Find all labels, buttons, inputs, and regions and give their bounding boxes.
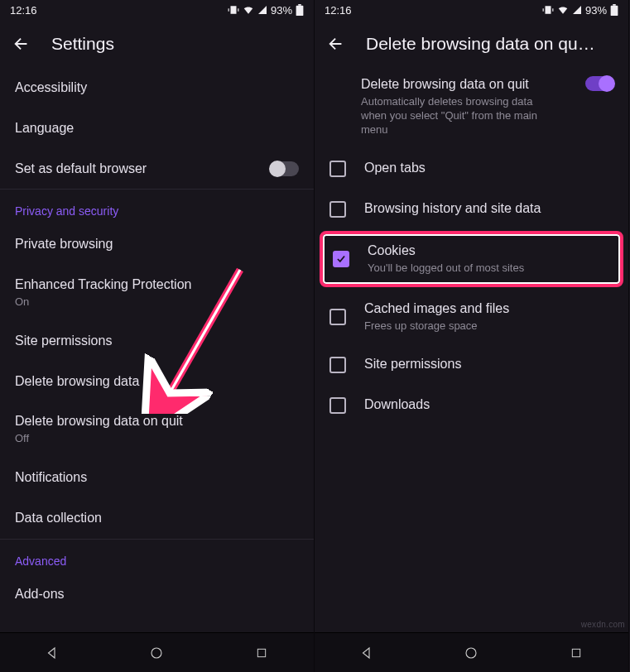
label: Accessibility (15, 79, 299, 97)
label: Add-ons (15, 586, 299, 603)
square-recent-icon (255, 646, 268, 660)
settings-list[interactable]: Accessibility Language Set as default br… (0, 68, 314, 632)
label: Open tabs (364, 160, 613, 177)
label: Data collection (15, 510, 299, 527)
row-downloads[interactable]: Downloads (315, 385, 628, 425)
row-language[interactable]: Language (0, 108, 314, 149)
svg-point-6 (466, 648, 476, 658)
battery-icon (610, 4, 618, 16)
label: Language (15, 120, 299, 137)
default-browser-toggle[interactable] (271, 161, 299, 176)
signal-icon (572, 5, 582, 15)
row-history[interactable]: Browsing history and site data (315, 189, 628, 229)
checkbox-open-tabs[interactable] (329, 161, 346, 177)
watermark: wexdn.com (581, 620, 625, 629)
system-navbar (315, 632, 628, 672)
system-navbar (0, 632, 314, 672)
row-cache[interactable]: Cached images and files Frees up storage… (315, 289, 628, 345)
left-screen: 12:16 93% Settings Accessibility Languag… (0, 0, 315, 672)
svg-rect-1 (298, 4, 301, 6)
wifi-icon (557, 4, 569, 16)
nav-home[interactable] (461, 643, 481, 663)
label: Site permissions (364, 356, 613, 373)
svg-point-2 (151, 648, 161, 658)
row-cookies-highlighted[interactable]: Cookies You'll be logged out of most sit… (320, 231, 623, 287)
nav-back[interactable] (42, 643, 62, 663)
sublabel: Frees up storage space (364, 319, 613, 334)
row-etp[interactable]: Enhanced Tracking Protection On (0, 265, 314, 321)
triangle-back-icon (45, 646, 60, 660)
label: Delete browsing data on quit (361, 76, 585, 94)
checkbox-cookies[interactable] (333, 251, 349, 267)
arrow-left-icon (327, 35, 345, 53)
row-master-toggle[interactable]: Delete browsing data on quit Automatical… (315, 68, 628, 148)
nav-home[interactable] (147, 643, 166, 663)
svg-rect-3 (257, 649, 265, 656)
section-advanced: Advanced (0, 539, 314, 574)
nav-recent[interactable] (252, 643, 272, 663)
app-header: Settings (0, 20, 314, 68)
back-button[interactable] (12, 34, 31, 54)
label: Notifications (15, 469, 299, 487)
svg-rect-4 (611, 6, 618, 16)
row-accessibility[interactable]: Accessibility (0, 68, 314, 108)
triangle-back-icon (359, 646, 374, 660)
label: Cookies (368, 242, 610, 260)
svg-rect-7 (572, 649, 580, 656)
nav-back[interactable] (357, 643, 377, 663)
label: Enhanced Tracking Protection (15, 276, 299, 294)
nav-recent[interactable] (566, 643, 586, 663)
status-time: 12:16 (325, 4, 352, 17)
sublabel: Off (15, 432, 299, 446)
row-addons[interactable]: Add-ons (0, 574, 314, 615)
circle-home-icon (464, 646, 479, 660)
arrow-left-icon (12, 35, 31, 53)
svg-rect-5 (613, 4, 616, 6)
circle-home-icon (149, 646, 164, 660)
row-private-browsing[interactable]: Private browsing (0, 224, 314, 265)
row-open-tabs[interactable]: Open tabs (315, 148, 628, 189)
app-header: Delete browsing data on qu… (315, 20, 628, 68)
checkbox-history[interactable] (329, 201, 346, 218)
row-site-permissions[interactable]: Site permissions (0, 321, 314, 362)
vibrate-icon (542, 4, 554, 16)
status-bar: 12:16 93% (0, 0, 314, 20)
master-toggle[interactable] (585, 76, 613, 91)
section-privacy: Privacy and security (0, 189, 314, 224)
label: Private browsing (15, 236, 299, 253)
label: Browsing history and site data (364, 200, 613, 218)
row-default-browser[interactable]: Set as default browser (0, 149, 314, 190)
row-notifications[interactable]: Notifications (0, 458, 314, 498)
sublabel: On (15, 295, 299, 310)
right-screen: 12:16 93% Delete browsing data on qu… De… (315, 0, 629, 672)
row-data-collection[interactable]: Data collection (0, 498, 314, 539)
svg-rect-0 (296, 6, 304, 16)
sublabel: Automatically deletes browsing data when… (361, 95, 560, 137)
quit-options-list[interactable]: Delete browsing data on quit Automatical… (315, 68, 628, 632)
status-indicators: 93% (228, 4, 304, 17)
back-button[interactable] (326, 34, 346, 54)
row-delete-browsing-data[interactable]: Delete browsing data (0, 362, 314, 402)
checkbox-site-perm[interactable] (329, 357, 346, 373)
label: Set as default browser (15, 161, 271, 178)
row-site-permissions[interactable]: Site permissions (315, 344, 628, 385)
battery-icon (296, 4, 304, 16)
status-bar: 12:16 93% (315, 0, 628, 20)
battery-percent: 93% (271, 4, 292, 17)
checkbox-cache[interactable] (329, 309, 346, 325)
square-recent-icon (570, 646, 583, 660)
status-time: 12:16 (10, 4, 37, 17)
label: Delete browsing data (15, 373, 299, 391)
signal-icon (257, 5, 267, 15)
label: Delete browsing data on quit (15, 413, 299, 430)
vibrate-icon (228, 4, 239, 16)
label: Downloads (364, 396, 613, 414)
checkbox-downloads[interactable] (329, 397, 346, 414)
label: Site permissions (15, 333, 299, 350)
page-title: Settings (51, 34, 302, 54)
row-delete-on-quit[interactable]: Delete browsing data on quit Off (0, 401, 314, 458)
sublabel: You'll be logged out of most sites (368, 262, 610, 276)
page-title: Delete browsing data on qu… (366, 34, 617, 54)
wifi-icon (243, 4, 254, 16)
status-indicators: 93% (542, 4, 618, 17)
